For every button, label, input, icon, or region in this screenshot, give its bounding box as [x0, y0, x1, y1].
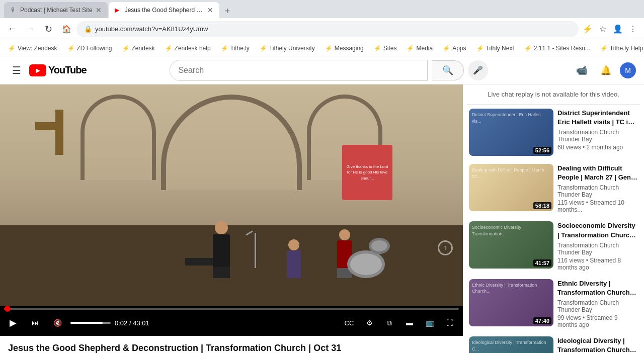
bookmark-view-zendesk[interactable]: ⚡ View: Zendesk [4, 44, 61, 53]
refresh-button[interactable]: ↻ [40, 21, 56, 37]
video-player[interactable]: Give thanks to the Lord for He is good H… [0, 84, 463, 306]
recommendation-item[interactable]: Socioeconomic Diversity | Transformation… [467, 217, 640, 275]
settings-button[interactable]: ⚙ [360, 314, 378, 332]
theater-button[interactable]: ▬ [400, 314, 419, 332]
next-button[interactable]: ⏭ [26, 314, 44, 332]
rec-channel: Transformation Church Thunder Bay [557, 184, 638, 198]
recommendation-item[interactable]: District Superintendent Eric Hallett vis… [467, 105, 640, 160]
rec-channel: Transformation Church Thunder Bay [557, 129, 638, 143]
miniplayer-button[interactable]: ⧉ [380, 314, 398, 332]
fullscreen-button[interactable]: ⛶ [441, 314, 459, 332]
tab-favicon-2: ▶ [115, 7, 122, 14]
bookmark-label: Messaging [335, 45, 364, 52]
search-button[interactable]: 🔍 [432, 60, 464, 80]
mic-button[interactable]: 🎤 [468, 60, 488, 80]
search-area: 🔍 🎤 [95, 60, 564, 81]
rec-thumb-text: District Superintendent Eric Hallett vis… [469, 109, 553, 127]
cross [45, 110, 73, 163]
tab-title-2: Jesus the Good Shepherd & D... [125, 7, 204, 14]
recommendation-item[interactable]: Dealing with Difficult People | March 27… [467, 160, 640, 217]
nav-bar: ← → ↻ 🏠 🔒 youtube.com/watch?v=AK81Uz4yUm… [0, 18, 644, 40]
profile-icon[interactable]: 👤 [611, 22, 625, 36]
rec-thumbnail: Dealing with Difficult People | March 27… [469, 164, 553, 211]
rec-meta: 115 views • Streamed 10 months... [557, 199, 638, 213]
rec-thumbnail: District Superintendent Eric Hallett vis… [469, 109, 553, 156]
volume-button[interactable]: 🔇 [48, 314, 66, 332]
address-text: youtube.com/watch?v=AK81Uz4yUmw [95, 25, 208, 33]
bookmark-favicon: ⚡ [260, 45, 267, 52]
bookmark-messaging[interactable]: ⚡ Messaging [321, 44, 368, 53]
youtube-app: ☰ YouTube 🔍 🎤 📹 🔔 M [0, 56, 644, 353]
address-bar[interactable]: 🔒 youtube.com/watch?v=AK81Uz4yUmw [76, 21, 579, 37]
person-3 [287, 239, 301, 278]
volume-slider[interactable] [70, 322, 111, 324]
progress-thumb [5, 306, 11, 312]
browser-tab-1[interactable]: 🎙 Podcast | Michael Test Site ✕ [4, 2, 108, 18]
bookmark-tithely-help[interactable]: ⚡ Tithe.ly Help Center [596, 44, 644, 53]
bookmark-zd-following[interactable]: ⚡ ZD Following [63, 44, 116, 53]
bookmark-label: Media [416, 45, 433, 52]
rec-title: Socioeconomic Diversity | Transformation… [557, 221, 638, 239]
bookmark-favicon: ⚡ [407, 45, 414, 52]
video-container: Give thanks to the Lord for He is good H… [0, 84, 463, 336]
current-time: 0:02 [115, 319, 127, 327]
logo-area: ☰ YouTube [8, 60, 87, 80]
tab-title-1: Podcast | Michael Test Site [20, 7, 93, 14]
forward-button[interactable]: → [22, 21, 38, 37]
church-background: Give thanks to the Lord for He is good H… [0, 84, 463, 306]
rec-thumb-text: Dealing with Difficult People | March 27… [469, 164, 553, 183]
rec-thumbnail: Ideological Diversity | Transformation C… [469, 336, 553, 353]
home-button[interactable]: 🏠 [58, 21, 74, 37]
tab-bar: 🎙 Podcast | Michael Test Site ✕ ▶ Jesus … [0, 0, 644, 18]
browser-frame: 🎙 Podcast | Michael Test Site ✕ ▶ Jesus … [0, 0, 644, 353]
bookmark-zendesk-help[interactable]: ⚡ Zendesk help [161, 44, 215, 53]
video-info: Jesus the Good Shepherd & Deconstruction… [0, 336, 463, 353]
notifications-button[interactable]: 🔔 [596, 60, 616, 80]
play-button[interactable]: ▶ [4, 314, 22, 332]
rec-info: Socioeconomic Diversity | Transformation… [557, 221, 638, 271]
browser-tab-2[interactable]: ▶ Jesus the Good Shepherd & D... ✕ [109, 2, 219, 18]
bookmark-media[interactable]: ⚡ Media [403, 44, 437, 53]
progress-fill [4, 308, 8, 310]
bookmark-sites[interactable]: ⚡ Sites [370, 44, 401, 53]
tab-close-2[interactable]: ✕ [207, 6, 213, 14]
tab-close-1[interactable]: ✕ [96, 6, 102, 14]
recommendation-item[interactable]: Ethnic Diversity | Transformation Church… [467, 275, 640, 332]
arch-left [80, 95, 156, 180]
bookmark-tithely-university[interactable]: ⚡ Tithely University [256, 44, 319, 53]
volume-fill [70, 322, 103, 324]
main-content: Give thanks to the Lord for He is good H… [0, 84, 644, 353]
menu-icon[interactable]: ⋮ [626, 22, 640, 36]
subtitles-button[interactable]: CC [340, 314, 358, 332]
back-button[interactable]: ← [4, 21, 20, 37]
bookmark-favicon: ⚡ [325, 45, 333, 52]
rec-duration: 58:18 [533, 202, 551, 209]
controls-row: ▶ ⏭ 🔇 0:02 / 43:01 [4, 314, 459, 332]
rec-title: District Superintendent Eric Hallett vis… [557, 109, 638, 127]
time-display: 0:02 / 43:01 [115, 319, 149, 327]
rec-thumbnail: Socioeconomic Diversity | Transformation… [469, 221, 553, 269]
bookmark-icon[interactable]: ☆ [596, 22, 610, 36]
progress-bar[interactable] [4, 308, 459, 310]
user-avatar[interactable]: M [620, 62, 636, 78]
tab-favicon-1: 🎙 [10, 7, 17, 14]
bookmark-label: 2.11.1 - Sites Reso... [534, 45, 590, 52]
rec-title: Dealing with Difficult People | March 27… [557, 164, 638, 182]
video-section: Give thanks to the Lord for He is good H… [0, 84, 463, 353]
chat-notice: Live chat replay is not available for th… [467, 84, 640, 105]
extensions-icon[interactable]: ⚡ [581, 22, 595, 36]
recommendation-item[interactable]: Ideological Diversity | Transformation C… [467, 332, 640, 353]
person-1 [213, 221, 230, 278]
create-button[interactable]: 📹 [572, 60, 592, 80]
bookmark-label: Tithely University [269, 45, 315, 52]
bookmark-tithely[interactable]: ⚡ Tithe.ly [217, 44, 254, 53]
new-tab-button[interactable]: + [220, 4, 234, 18]
bookmark-tithly-next[interactable]: ⚡ Tithly Next [472, 44, 518, 53]
bookmark-sites-reso[interactable]: ⚡ 2.11.1 - Sites Reso... [520, 44, 594, 53]
bookmark-apps[interactable]: ⚡ Apps [439, 44, 470, 53]
bookmark-zendesk[interactable]: ⚡ Zendesk [118, 44, 159, 53]
search-input[interactable] [170, 60, 427, 80]
hamburger-menu[interactable]: ☰ [8, 60, 25, 80]
cast-button[interactable]: 📺 [421, 314, 439, 332]
youtube-logo[interactable]: YouTube [29, 64, 87, 76]
